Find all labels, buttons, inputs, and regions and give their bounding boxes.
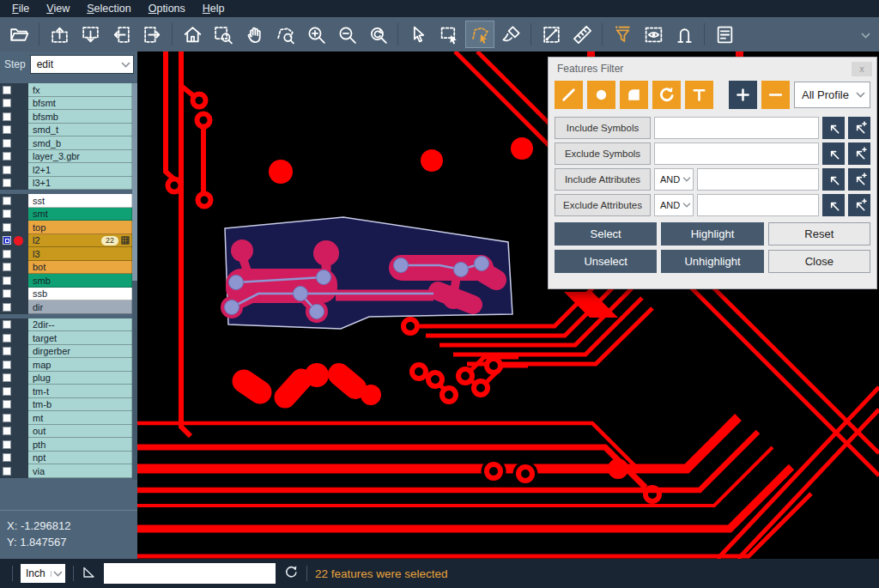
layer-row-l2+1[interactable]: l2+1 [0, 163, 137, 177]
open-folder-button[interactable] [4, 21, 33, 48]
layer-row-smb[interactable]: smb [0, 274, 137, 288]
layer-row-smd_t[interactable]: smd_t [0, 124, 137, 137]
layer-row-map[interactable]: map [0, 358, 137, 372]
shift-view-up-button[interactable] [45, 21, 74, 48]
layer-row-out[interactable]: out [0, 425, 137, 439]
step-select[interactable]: edit [30, 55, 134, 74]
layer-visibility-checkbox[interactable] [3, 440, 11, 449]
layer-visibility-checkbox[interactable] [3, 276, 11, 285]
close-icon[interactable]: x [852, 62, 872, 76]
layer-visibility-checkbox[interactable] [3, 166, 11, 174]
zoom-in-button[interactable] [301, 21, 330, 48]
shift-view-down-button[interactable] [76, 21, 105, 48]
clear-selection-button[interactable] [496, 21, 525, 48]
layer-row-l3+1[interactable]: l3+1 [0, 177, 137, 191]
layer-label[interactable]: out [28, 425, 132, 439]
layer-row-via[interactable]: via [0, 464, 137, 478]
add-filter-button[interactable] [729, 81, 757, 109]
layer-row-bfsmt[interactable]: bfsmt [0, 97, 137, 111]
layer-label[interactable]: via [28, 464, 132, 478]
layer-visibility-checkbox[interactable] [3, 467, 11, 476]
command-input[interactable] [104, 563, 276, 584]
features-filter-button[interactable] [608, 21, 637, 48]
exclude-symbols-button[interactable]: Exclude Symbols [555, 142, 651, 165]
units-select[interactable]: Inch [21, 564, 65, 583]
reset-button[interactable]: Reset [768, 222, 870, 246]
shift-view-right-button[interactable] [137, 21, 167, 48]
exclude-attributes-pick-button[interactable] [822, 194, 845, 216]
layer-row-bfsmb[interactable]: bfsmb [0, 110, 137, 124]
unhighlight-button[interactable]: Unhighlight [661, 250, 763, 273]
layer-row-dir[interactable]: dir [0, 300, 137, 314]
zoom-previous-button[interactable] [363, 21, 392, 48]
layer-visibility-checkbox[interactable] [3, 289, 11, 298]
sync-icon[interactable] [283, 564, 299, 583]
include-attributes-input[interactable] [697, 168, 819, 191]
layer-label[interactable]: smd_b [28, 136, 132, 150]
menu-file[interactable]: File [3, 0, 38, 17]
layer-visibility-checkbox[interactable] [3, 303, 11, 312]
layer-visibility-checkbox[interactable] [3, 334, 11, 342]
pad-filter-button[interactable] [587, 81, 615, 109]
zoom-out-button[interactable] [332, 21, 361, 48]
zoom-polygon-button[interactable] [270, 21, 300, 48]
layer-label[interactable]: mt [28, 411, 132, 425]
surface-filter-button[interactable] [620, 81, 648, 109]
layer-label[interactable]: bfsmb [28, 110, 132, 124]
menu-help[interactable]: Help [194, 0, 233, 17]
line-filter-button[interactable] [555, 81, 583, 109]
layer-row-smd_b[interactable]: smd_b [0, 136, 137, 150]
layer-label[interactable]: sst [28, 194, 132, 208]
report-list-button[interactable] [710, 21, 739, 48]
menu-view[interactable]: View [38, 0, 78, 17]
layer-label[interactable]: 2dir-- [28, 318, 132, 332]
layer-label[interactable]: bot [28, 261, 132, 275]
layer-label[interactable]: pth [28, 438, 132, 452]
layer-row-plug[interactable]: plug [0, 372, 137, 385]
layer-visibility-checkbox[interactable] [3, 139, 11, 148]
exclude-symbols-pick-add-button[interactable] [848, 142, 870, 165]
layer-row-l3[interactable]: l3 [0, 247, 137, 261]
layer-label[interactable]: dirgerber [28, 345, 132, 359]
layer-grid-icon[interactable] [121, 236, 130, 245]
layer-visibility-checkbox[interactable] [3, 197, 11, 205]
shift-view-left-button[interactable] [106, 21, 136, 48]
layer-label[interactable]: smd_t [28, 124, 132, 137]
layer-label[interactable]: ssb [28, 288, 132, 301]
layer-label[interactable]: target [28, 331, 132, 345]
exclude-attributes-pick-add-button[interactable] [848, 194, 870, 216]
layer-visibility-checkbox[interactable] [3, 152, 11, 161]
remove-filter-button[interactable] [761, 81, 790, 109]
layer-label[interactable]: bfsmt [28, 97, 132, 111]
layer-visibility-checkbox[interactable] [3, 453, 11, 462]
layer-row-ssb[interactable]: ssb [0, 288, 137, 301]
layer-label[interactable]: layer_3.gbr [28, 150, 132, 164]
toolbar-overflow-chevron-icon[interactable] [861, 27, 870, 42]
layer-visibility-checkbox[interactable] [3, 179, 11, 187]
select-rectangle-button[interactable] [434, 21, 464, 48]
layer-row-fx[interactable]: fx [0, 83, 137, 97]
layer-label[interactable]: l3 [28, 247, 132, 261]
layer-visibility-checkbox[interactable] [3, 236, 11, 245]
layer-label[interactable]: l222 [28, 234, 132, 248]
menu-selection[interactable]: Selection [78, 0, 139, 17]
include-attributes-button[interactable]: Include Attributes [555, 168, 651, 191]
layer-visibility-checkbox[interactable] [3, 263, 11, 271]
measure-ruler-button[interactable] [567, 21, 597, 48]
text-filter-button[interactable] [685, 81, 713, 109]
pan-hand-button[interactable] [239, 21, 269, 48]
layer-label[interactable]: dir [28, 300, 132, 314]
layer-label[interactable]: fx [28, 83, 132, 97]
profile-select[interactable]: All Profile [794, 82, 870, 108]
menu-options[interactable]: Options [140, 0, 194, 17]
zoom-area-button[interactable] [209, 21, 238, 48]
select-pointer-button[interactable] [403, 21, 433, 48]
layer-label[interactable]: l2+1 [28, 163, 132, 177]
layer-label[interactable]: map [28, 358, 132, 372]
layer-row-npt[interactable]: npt [0, 452, 137, 465]
layer-row-tm-b[interactable]: tm-b [0, 398, 137, 412]
include-symbols-pick-button[interactable] [822, 117, 845, 139]
layer-visibility-checkbox[interactable] [3, 320, 11, 329]
exclude-attributes-button[interactable]: Exclude Attributes [555, 194, 651, 216]
dialog-title-bar[interactable]: Features Filter x [549, 58, 876, 80]
